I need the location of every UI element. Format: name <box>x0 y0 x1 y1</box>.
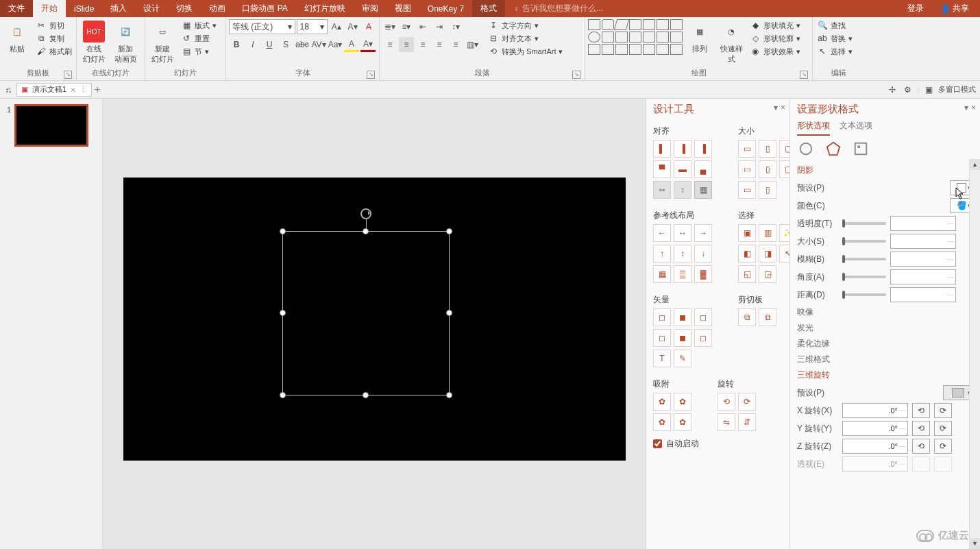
share-button[interactable]: 👤共享 <box>935 0 975 17</box>
bold-button[interactable]: B <box>229 37 244 52</box>
add-tab-button[interactable]: + <box>95 84 101 96</box>
vec-8[interactable]: ✎ <box>674 350 691 367</box>
sel-6[interactable]: ↖ <box>779 245 789 263</box>
doc-tab[interactable]: ▣ 演示文稿1 × ⋮ <box>16 83 92 97</box>
sel-7[interactable]: ◱ <box>738 265 756 283</box>
tab-pa[interactable]: 口袋动画 PA <box>234 0 295 17</box>
section-3drotate[interactable]: 三维旋转 <box>797 369 973 381</box>
size-7[interactable]: ▭ <box>738 181 756 199</box>
zrot-cw[interactable]: ⟳ <box>934 439 952 454</box>
distance-spin[interactable] <box>890 287 956 302</box>
effects-pentagon-icon[interactable] <box>826 141 841 156</box>
align-bottom-btn[interactable]: ▄ <box>694 160 712 178</box>
section-button[interactable]: ▤节▾ <box>180 45 218 58</box>
tab-review[interactable]: 审阅 <box>354 0 387 17</box>
vec-4[interactable]: ◻ <box>653 329 671 347</box>
guide-8[interactable]: ▒ <box>674 265 691 283</box>
close-icon[interactable]: × <box>71 86 75 94</box>
tab-view[interactable]: 视图 <box>387 0 419 17</box>
size-5[interactable]: ▯ <box>759 160 776 178</box>
shape-outline-button[interactable]: ◇形状轮廓▾ <box>748 32 802 45</box>
tab-design[interactable]: 设计 <box>135 0 168 17</box>
dropdown-icon[interactable]: ▾ <box>774 103 778 112</box>
tab-shape-options[interactable]: 形状选项 <box>797 120 830 136</box>
slide-thumbnail-1[interactable] <box>16 106 87 145</box>
yrot-down[interactable]: ⟳ <box>934 421 952 436</box>
columns-button[interactable]: ▥▾ <box>465 37 480 52</box>
bullets-button[interactable]: ≣▾ <box>382 19 397 34</box>
guide-6[interactable]: ↓ <box>694 245 712 263</box>
tell-me[interactable]: ♀ 告诉我您想要做什么... <box>513 0 603 17</box>
shape-fill-button[interactable]: ◆形状填充▾ <box>748 19 802 32</box>
multiwindow-label[interactable]: 多窗口模式 <box>938 84 976 95</box>
font-color-button[interactable]: A▾ <box>360 37 376 52</box>
tab-animation[interactable]: 动画 <box>201 0 234 17</box>
find-button[interactable]: 🔍查找 <box>816 19 854 32</box>
autostart-input[interactable] <box>653 439 662 448</box>
close-icon[interactable]: × <box>971 103 976 112</box>
align-center-btn[interactable]: ▐ <box>674 140 691 158</box>
tab-islide[interactable]: iSlide <box>66 0 102 17</box>
new-anim-button[interactable]: 🔄新加 动画页 <box>111 19 140 66</box>
handle-w[interactable] <box>280 310 286 316</box>
size-1[interactable]: ▭ <box>738 140 756 158</box>
yrot-spin[interactable]: .0° <box>842 421 908 436</box>
grow-font-button[interactable]: A▴ <box>329 19 344 34</box>
case-button[interactable]: Aa▾ <box>328 37 343 52</box>
tab-file[interactable]: 文件 <box>0 0 33 17</box>
font-name-select[interactable]: 等线 (正文)▾ <box>229 19 295 34</box>
guide-1[interactable]: ← <box>653 224 671 242</box>
windows-icon[interactable]: ▣ <box>923 84 934 95</box>
dialog-launcher-icon[interactable]: ↘ <box>64 71 72 79</box>
angle-slider[interactable] <box>842 276 886 278</box>
shrink-font-button[interactable]: A▾ <box>345 19 360 34</box>
section-softedge[interactable]: 柔化边缘 <box>797 338 973 350</box>
indent-button[interactable]: ⇥ <box>432 19 447 34</box>
reset-button[interactable]: ↺重置 <box>180 32 218 45</box>
dialog-launcher-icon[interactable]: ↘ <box>367 71 375 79</box>
handle-n[interactable] <box>363 228 369 234</box>
snap-4[interactable]: ✿ <box>674 413 691 431</box>
xrot-left[interactable]: ⟲ <box>912 403 930 418</box>
vec-3[interactable]: ◻ <box>694 308 712 326</box>
sel-3[interactable]: ✨ <box>779 224 789 242</box>
handle-se[interactable] <box>446 392 452 398</box>
xrot-spin[interactable]: .0° <box>842 403 908 418</box>
zrot-spin[interactable]: .0° <box>842 439 908 454</box>
zrot-ccw[interactable]: ⟲ <box>912 439 930 454</box>
handle-nw[interactable] <box>280 228 286 234</box>
section-reflection[interactable]: 映像 <box>797 306 973 318</box>
size-8[interactable]: ▯ <box>759 181 776 199</box>
justify-button[interactable]: ≡ <box>432 37 447 52</box>
section-shadow[interactable]: 阴影 <box>797 164 973 176</box>
dropdown-icon[interactable]: ▾ <box>964 103 968 112</box>
format-painter-button[interactable]: 🖌格式刷 <box>34 45 73 58</box>
paste-button[interactable]: 📋 粘贴 <box>3 19 32 56</box>
handle-sw[interactable] <box>280 392 286 398</box>
rotate-handle[interactable] <box>360 208 371 219</box>
snap-3[interactable]: ✿ <box>653 413 671 431</box>
section-3dformat[interactable]: 三维格式 <box>797 354 973 365</box>
align-middle-btn[interactable]: ▬ <box>674 160 691 178</box>
gear-icon[interactable]: ⚙ <box>902 84 913 95</box>
size-props-icon[interactable] <box>853 141 868 156</box>
handle-ne[interactable] <box>446 228 452 234</box>
italic-button[interactable]: I <box>245 37 260 52</box>
tab-slideshow[interactable]: 幻灯片放映 <box>296 0 354 17</box>
login-button[interactable]: 登录 <box>902 0 929 17</box>
snap-1[interactable]: ✿ <box>653 393 671 411</box>
close-icon[interactable]: × <box>781 103 785 112</box>
new-slide-button[interactable]: ▭新建 幻灯片 <box>148 19 177 66</box>
yrot-up[interactable]: ⟲ <box>912 421 930 436</box>
shape-effects-button[interactable]: ◉形状效果▾ <box>748 45 802 58</box>
spacing-button[interactable]: AV▾ <box>311 37 326 52</box>
sel-8[interactable]: ◲ <box>759 265 776 283</box>
numbering-button[interactable]: ≡▾ <box>399 19 414 34</box>
zoom-icon[interactable]: ✢ <box>887 84 898 95</box>
blur-spin[interactable] <box>890 252 956 267</box>
copy-button[interactable]: ⧉复制 <box>34 32 73 45</box>
text-direction-button[interactable]: ↧文字方向▾ <box>487 19 564 32</box>
rot-1[interactable]: ⟲ <box>718 393 735 411</box>
vec-2[interactable]: ◼ <box>674 308 691 326</box>
guide-4[interactable]: ↑ <box>653 245 671 263</box>
